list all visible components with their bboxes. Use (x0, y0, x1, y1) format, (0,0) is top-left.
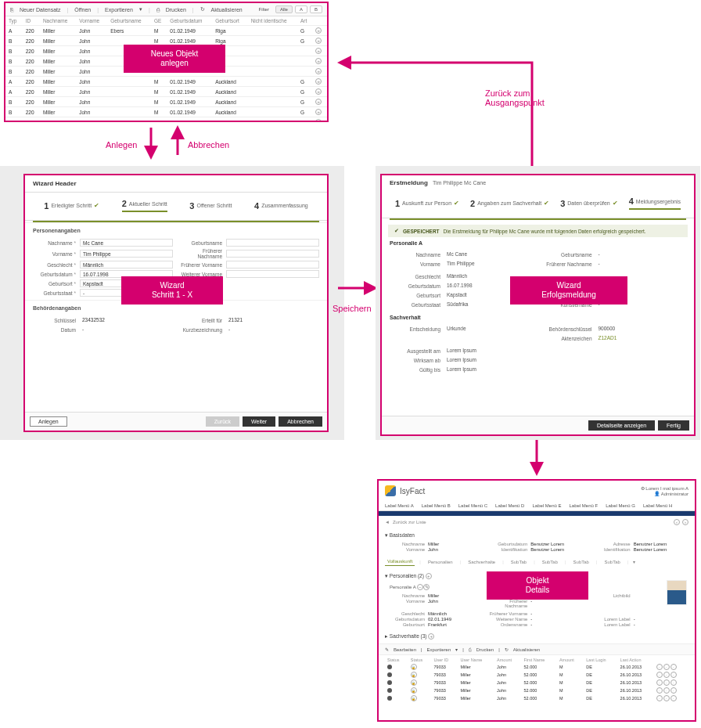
tab[interactable]: SubTab (602, 558, 623, 566)
remove-icon[interactable]: − (417, 584, 423, 590)
view-icon[interactable]: · (656, 695, 663, 701)
step1[interactable]: Erledigter Schritt (51, 203, 92, 208)
view-icon[interactable]: · (656, 679, 663, 686)
input-frnach[interactable] (226, 250, 319, 258)
menu-item[interactable]: Label Menü C (458, 503, 487, 508)
nav-next-icon[interactable]: › (682, 519, 688, 525)
val-aktenzeichen[interactable]: Z12AD1 (596, 334, 687, 342)
input-weit[interactable] (226, 270, 319, 278)
edit-row-icon[interactable]: · (663, 695, 670, 701)
btn-weiter[interactable]: Weiter (243, 416, 275, 427)
btn-export[interactable]: Exportieren (427, 647, 451, 652)
row-open-icon[interactable]: » (315, 88, 322, 95)
btn-detailseite[interactable]: Detailseite anzeigen (588, 420, 655, 431)
sect-personalien[interactable]: Personalien (2) (390, 573, 424, 578)
filter-b[interactable]: B (310, 5, 322, 13)
col-header[interactable]: Geburtsdatum (167, 16, 212, 26)
input-geschlecht[interactable]: Männlich (80, 261, 173, 268)
back-icon[interactable]: ◄ (385, 520, 390, 524)
btn-open[interactable]: Öffnen (74, 7, 91, 13)
tab[interactable]: SubTab (540, 558, 560, 566)
nav-prev-icon[interactable]: ‹ (674, 519, 680, 525)
edit-row-icon[interactable]: · (663, 687, 670, 694)
col-header[interactable]: Geburtsname (107, 16, 151, 26)
row-open-icon[interactable]: » (315, 78, 322, 85)
table-row[interactable]: B220MillerJohnM01.02.1949AucklandG» (5, 97, 327, 107)
tab-more-icon[interactable]: ▾ (633, 559, 635, 564)
input-nachname[interactable]: Mc Cane (80, 239, 173, 247)
menu-item[interactable]: Label Menü H (643, 503, 672, 508)
tab[interactable]: Sachverhalte (466, 558, 498, 566)
col-header[interactable]: Typ (5, 16, 23, 26)
delete-icon[interactable]: · (670, 679, 677, 686)
col-header[interactable]: Art (297, 16, 312, 26)
tab[interactable]: SubTab (571, 558, 591, 566)
back-link[interactable]: Zurück zur Liste (393, 520, 426, 524)
filter-a[interactable]: A (295, 5, 307, 13)
delete-icon[interactable]: · (670, 664, 677, 670)
table-row[interactable]: A220MillerLi JohnM01.02.1949HongkongG» (5, 117, 327, 123)
delete-icon[interactable]: · (670, 672, 677, 678)
menu-item[interactable]: Label Menü D (495, 503, 524, 508)
filter-all[interactable]: Alle (275, 5, 293, 13)
col-header[interactable]: Nachname (40, 16, 76, 26)
view-icon[interactable]: · (656, 672, 663, 678)
btn-new[interactable]: Neuer Datensatz (20, 7, 61, 13)
row-open-icon[interactable]: » (315, 48, 322, 54)
tab[interactable]: SubTab (509, 558, 529, 566)
table-row[interactable]: A220MillerJohnEbersM01.02.1949RigaG» (5, 26, 327, 36)
table-row[interactable]: 🔒79033MillerJohn52.000MDE26.10.2013··· (385, 687, 688, 694)
add-icon[interactable]: + (426, 573, 432, 579)
btn-zurueck[interactable]: Zurück (206, 416, 239, 427)
table-row[interactable]: B220MillerJohnM01.02.1949AucklandG» (5, 107, 327, 117)
row-open-icon[interactable]: » (315, 119, 322, 122)
sect-basisdaten[interactable]: Basisdaten (390, 532, 415, 538)
input-geburtsname[interactable] (226, 239, 319, 247)
row-open-icon[interactable]: » (315, 27, 322, 34)
edit-row-icon[interactable]: · (663, 664, 670, 670)
tab[interactable]: Vollauskunft (385, 557, 415, 566)
input-vorname[interactable]: Tim Philippe (80, 250, 173, 258)
view-icon[interactable]: · (656, 687, 663, 694)
table-row[interactable]: 🔒79033MillerJohn52.000MDE26.10.2013··· (385, 663, 688, 671)
tab[interactable]: Personalien (426, 558, 455, 566)
btn-print[interactable]: Drucken (476, 647, 494, 652)
row-open-icon[interactable]: » (315, 38, 322, 44)
edit-row-icon[interactable]: · (663, 672, 670, 678)
btn-abbrechen[interactable]: Abbrechen (279, 416, 322, 427)
table-row[interactable]: A220MillerJohnM01.02.1949AucklandG» (5, 87, 327, 97)
view-icon[interactable]: · (656, 664, 663, 670)
col-header[interactable]: Vorname (76, 16, 107, 26)
row-open-icon[interactable]: » (315, 99, 322, 105)
sect-sachverhalte[interactable]: Sachverhalte (3) (390, 633, 427, 639)
add-icon[interactable]: + (428, 633, 434, 640)
table-row[interactable]: A220MillerJohnM01.02.1949AucklandG» (5, 77, 327, 87)
menu-item[interactable]: Label Menü G (606, 503, 635, 508)
btn-anlegen[interactable]: Anlegen (30, 416, 67, 427)
menu-item[interactable]: Label Menü B (422, 503, 451, 508)
col-header[interactable]: GE (151, 16, 167, 26)
btn-export[interactable]: Exportieren (105, 7, 133, 13)
input-frvor[interactable] (226, 261, 319, 268)
col-header[interactable]: Geburtsort (212, 16, 248, 26)
col-header[interactable]: Nicht identische (248, 16, 297, 26)
step3[interactable]: Offener Schritt (196, 203, 232, 208)
row-open-icon[interactable]: » (315, 109, 322, 115)
delete-icon[interactable]: · (670, 687, 677, 694)
menu-item[interactable]: Label Menü A (385, 503, 414, 508)
edit-icon[interactable]: ✎ (423, 584, 430, 590)
step2[interactable]: Aktueller Schritt (129, 201, 167, 207)
gear-icon[interactable]: ⚙ (641, 486, 645, 491)
btn-edit[interactable]: Bearbeiten (394, 647, 416, 652)
btn-print[interactable]: Drucken (166, 7, 186, 13)
row-open-icon[interactable]: » (315, 68, 322, 74)
edit-row-icon[interactable]: · (663, 679, 670, 686)
btn-refresh[interactable]: Aktualisieren (513, 647, 540, 652)
table-row[interactable]: 🔒79033MillerJohn52.000MDE26.10.2013··· (385, 671, 688, 679)
btn-fertig[interactable]: Fertig (658, 420, 689, 431)
menu-item[interactable]: Label Menü F (569, 503, 598, 508)
col-header[interactable]: ID (23, 16, 40, 26)
delete-icon[interactable]: · (670, 695, 677, 701)
table-row[interactable]: 🔒79033MillerJohn52.000MDE26.10.2013··· (385, 679, 688, 687)
table-row[interactable]: 🔒79033MillerJohn52.000MDE26.10.2013··· (385, 694, 688, 702)
